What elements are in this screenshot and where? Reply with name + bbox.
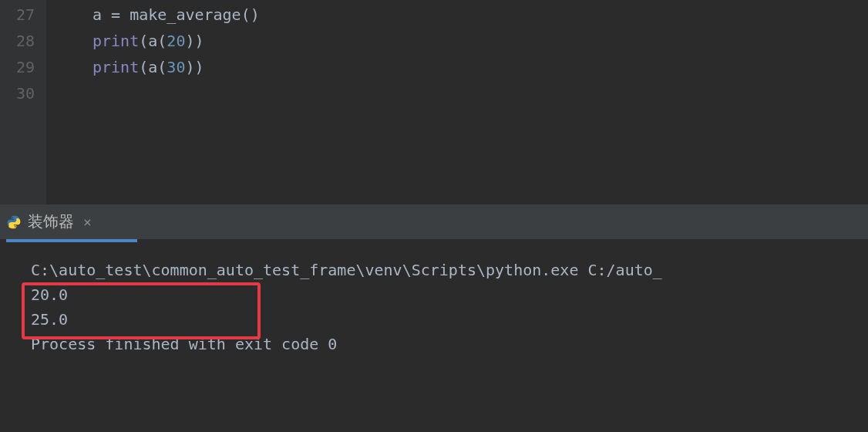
line-number: 28 bbox=[0, 28, 35, 54]
code-line[interactable]: print(a(30)) bbox=[93, 54, 868, 80]
code-editor[interactable]: 27 28 29 30 a = make_average() print(a(2… bbox=[0, 0, 868, 204]
output-value: 20.0 bbox=[31, 282, 860, 307]
output-value: 25.0 bbox=[31, 307, 860, 332]
terminal-panel: 装饰器 × C:\auto_test\common_auto_test_fram… bbox=[0, 204, 868, 364]
code-line[interactable]: print(a(20)) bbox=[93, 28, 868, 54]
terminal-output[interactable]: C:\auto_test\common_auto_test_frame\venv… bbox=[0, 242, 868, 364]
output-exit: Process finished with exit code 0 bbox=[31, 332, 860, 356]
close-icon[interactable]: × bbox=[83, 214, 92, 230]
code-content[interactable]: a = make_average() print(a(20)) print(a(… bbox=[46, 0, 868, 204]
code-line[interactable]: a = make_average() bbox=[93, 2, 868, 28]
python-icon bbox=[6, 214, 22, 230]
code-line[interactable] bbox=[93, 80, 868, 106]
line-number: 30 bbox=[0, 80, 35, 106]
output-command: C:\auto_test\common_auto_test_frame\venv… bbox=[31, 258, 860, 282]
line-number: 27 bbox=[0, 2, 35, 28]
line-number: 29 bbox=[0, 54, 35, 80]
terminal-tab-label[interactable]: 装饰器 bbox=[28, 211, 74, 232]
line-number-gutter: 27 28 29 30 bbox=[0, 0, 46, 204]
terminal-tab-bar: 装饰器 × bbox=[0, 204, 868, 239]
